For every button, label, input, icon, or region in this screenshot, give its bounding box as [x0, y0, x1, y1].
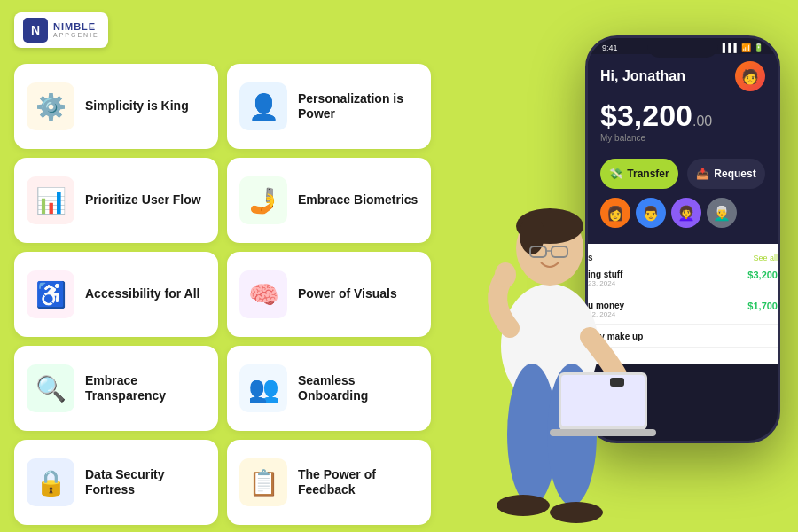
data-security-icon: 🔒 — [27, 458, 74, 506]
card-accessibility[interactable]: ♿ Accessibility for All — [14, 252, 218, 337]
tx1-amount: $3,200 — [747, 270, 778, 280]
power-feedback-icon: 📋 — [239, 458, 287, 506]
svg-point-3 — [520, 215, 544, 254]
card-power-visuals[interactable]: 🧠 Power of Visuals — [227, 252, 431, 337]
logo-name: NIMBLE — [53, 21, 99, 32]
card-embrace-biometrics[interactable]: 🤳 Embrace Biometrics — [227, 158, 431, 243]
prioritize-flow-label: Prioritize User Flow — [85, 192, 201, 208]
phone-signals: ▌▌▌ 📶 🔋 — [723, 43, 763, 52]
cards-grid: ⚙️ Simplicity is King 👤 Personalization … — [14, 64, 431, 525]
accessibility-label: Accessibility for All — [85, 286, 200, 302]
embrace-biometrics-label: Embrace Biometrics — [298, 192, 418, 208]
svg-point-13 — [497, 495, 550, 516]
phone-header: Hi, Jonathan 🧑 — [600, 54, 765, 97]
card-personalization[interactable]: 👤 Personalization is Power — [227, 64, 431, 149]
request-button[interactable]: 📥 Request — [687, 159, 765, 189]
card-simplicity[interactable]: ⚙️ Simplicity is King — [14, 64, 218, 149]
request-label: Request — [714, 168, 755, 180]
logo-sub: APPGENIE — [53, 32, 99, 39]
contact-avatar-3[interactable]: 👩‍🦱 — [671, 198, 701, 228]
phone-time: 9:41 — [602, 43, 618, 52]
svg-rect-10 — [561, 375, 645, 426]
simplicity-label: Simplicity is King — [85, 98, 189, 114]
logo-text: NIMBLE APPGENIE — [53, 21, 99, 39]
power-visuals-icon: 🧠 — [239, 270, 287, 318]
request-icon: 📥 — [696, 168, 709, 180]
logo-letter: N — [31, 23, 40, 37]
card-data-security[interactable]: 🔒 Data Security Fortress — [14, 440, 218, 525]
svg-point-14 — [550, 502, 603, 523]
personalization-label: Personalization is Power — [298, 91, 419, 122]
phone-container: 9:41 ▌▌▌ 📶 🔋 Hi, Jonathan 🧑 $3,200.00 My… — [497, 35, 780, 532]
card-prioritize-flow[interactable]: 📊 Prioritize User Flow — [14, 158, 218, 243]
svg-rect-12 — [610, 378, 624, 387]
svg-rect-11 — [550, 429, 656, 436]
phone-notch — [647, 38, 718, 58]
card-power-feedback[interactable]: 📋 The Power of Feedback — [227, 440, 431, 525]
simplicity-icon: ⚙️ — [27, 82, 74, 130]
card-seamless-onboarding[interactable]: 👥 Seamless Onboarding — [227, 346, 431, 431]
person-svg — [434, 98, 665, 532]
logo-icon: N — [23, 18, 48, 43]
phone-see-all[interactable]: See all — [753, 254, 778, 262]
embrace-transparency-label: Embrace Transparency — [85, 373, 206, 404]
data-security-label: Data Security Fortress — [85, 467, 206, 498]
logo: N NIMBLE APPGENIE — [14, 12, 108, 48]
accessibility-icon: ♿ — [27, 270, 74, 318]
power-visuals-label: Power of Visuals — [298, 286, 397, 302]
seamless-onboarding-label: Seamless Onboarding — [298, 373, 419, 404]
prioritize-flow-icon: 📊 — [27, 176, 74, 224]
person-illustration — [434, 98, 665, 532]
contact-avatar-4[interactable]: 👨‍🦳 — [707, 198, 737, 228]
card-embrace-transparency[interactable]: 🔍 Embrace Transparency — [14, 346, 218, 431]
svg-point-15 — [495, 262, 516, 287]
personalization-icon: 👤 — [239, 82, 287, 130]
phone-greeting: Hi, Jonathan — [600, 68, 685, 84]
power-feedback-label: The Power of Feedback — [298, 467, 419, 498]
embrace-biometrics-icon: 🤳 — [239, 176, 287, 224]
seamless-onboarding-icon: 👥 — [239, 364, 287, 412]
phone-user-avatar: 🧑 — [735, 61, 765, 91]
embrace-transparency-icon: 🔍 — [27, 364, 74, 412]
tx2-amount: $1,700 — [747, 301, 778, 311]
phone-amount-cents: .00 — [692, 113, 712, 129]
